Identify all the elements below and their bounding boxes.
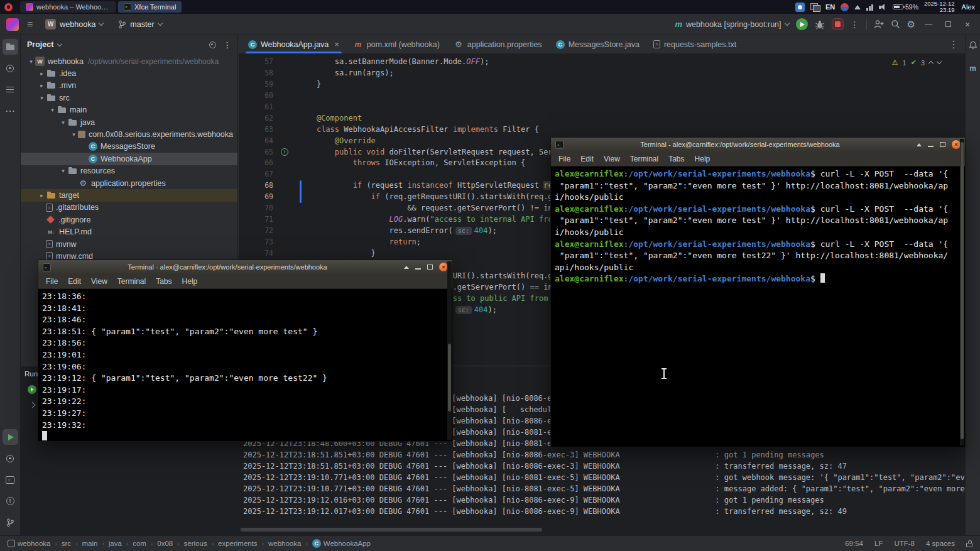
more-tools-button[interactable]: ⋯ bbox=[3, 103, 18, 119]
volume-tray-icon[interactable] bbox=[879, 3, 887, 11]
recorder-tray-icon[interactable] bbox=[4, 3, 13, 11]
rerun-button[interactable] bbox=[28, 385, 36, 394]
select-opened-file-icon[interactable] bbox=[209, 41, 216, 48]
readonly-lock-icon[interactable] bbox=[966, 543, 972, 547]
tree-item-java[interactable]: ▾java bbox=[21, 116, 237, 128]
encoding-widget[interactable]: UTF-8 bbox=[894, 540, 915, 547]
more-icon[interactable]: ⋮ bbox=[224, 40, 232, 50]
search-icon[interactable] bbox=[891, 19, 900, 29]
shade-button[interactable] bbox=[404, 266, 409, 269]
tree-item--gitignore[interactable]: .gitignore bbox=[21, 214, 237, 226]
version-control-tool-button[interactable] bbox=[3, 515, 18, 530]
breadcrumb-item[interactable]: webhooka bbox=[8, 540, 50, 547]
editor-tab[interactable]: mpom.xml (webhooka) bbox=[346, 35, 447, 53]
commit-tool-button[interactable] bbox=[3, 60, 18, 76]
indent-widget[interactable]: 4 spaces bbox=[926, 540, 955, 547]
menu-help[interactable]: Help bbox=[177, 277, 203, 286]
breadcrumb-item[interactable]: CWebhookaApp bbox=[312, 539, 371, 548]
windows-tray-icon[interactable] bbox=[810, 3, 820, 11]
tree-item-src[interactable]: ▾src bbox=[21, 92, 237, 104]
stop-button[interactable] bbox=[832, 18, 844, 30]
maven-tool-button[interactable]: m bbox=[969, 64, 976, 73]
breadcrumb-item[interactable]: main bbox=[82, 540, 97, 547]
more-actions-icon[interactable]: ⋮ bbox=[851, 19, 859, 30]
breadcrumb-item[interactable]: serious bbox=[184, 540, 207, 547]
notifications-bell-icon[interactable] bbox=[969, 41, 977, 53]
tab-options-icon[interactable]: ⋮ bbox=[949, 38, 959, 50]
breadcrumb-item[interactable]: src bbox=[62, 540, 71, 547]
minimize-button[interactable] bbox=[928, 146, 934, 147]
maximize-button[interactable] bbox=[427, 265, 433, 270]
horizontal-scrollbar[interactable] bbox=[241, 528, 542, 532]
close-button[interactable]: × bbox=[961, 19, 974, 30]
next-problem-icon[interactable] bbox=[937, 59, 942, 64]
code-with-me-icon[interactable] bbox=[874, 19, 884, 29]
close-button[interactable]: × bbox=[952, 140, 961, 149]
editor-tab[interactable]: CMessagesStore.java bbox=[549, 35, 646, 53]
editor-tab[interactable]: ⚙application.properties bbox=[447, 35, 549, 53]
settings-gear-icon[interactable]: ⚙ bbox=[907, 19, 915, 30]
main-menu-icon[interactable]: ≡ bbox=[25, 19, 35, 30]
tree-item--mvn[interactable]: ▸.mvn bbox=[21, 80, 237, 92]
tree-item-main[interactable]: ▾main bbox=[21, 104, 237, 116]
branch-widget[interactable]: master bbox=[114, 18, 166, 31]
tree-item-webhooka[interactable]: ▾Wwebhooka/opt/work/serial-experiments/w… bbox=[21, 55, 237, 67]
breadcrumb-item[interactable]: 0x08 bbox=[157, 540, 173, 547]
structure-tool-button[interactable] bbox=[3, 82, 18, 97]
problems-tool-button[interactable]: ! bbox=[3, 493, 18, 509]
menu-edit[interactable]: Edit bbox=[63, 277, 86, 286]
maximize-button[interactable] bbox=[940, 142, 945, 147]
tree-item-mvnw[interactable]: ≡mvnw bbox=[21, 238, 237, 250]
close-tab-icon[interactable]: × bbox=[334, 40, 339, 49]
shade-button[interactable] bbox=[917, 143, 922, 146]
clock[interactable]: 2025-12-12 23:19 bbox=[924, 1, 955, 13]
menu-view[interactable]: View bbox=[599, 155, 625, 163]
user-menu[interactable]: Alex bbox=[962, 3, 975, 11]
tree-item-application-properties[interactable]: ⚙application.properties bbox=[21, 177, 237, 189]
breadcrumb-item[interactable]: java bbox=[109, 540, 122, 547]
run-tool-button[interactable] bbox=[3, 429, 18, 445]
inspection-widget[interactable]: ⚠ 1 ✔ 3 bbox=[892, 58, 941, 67]
keyboard-layout-indicator[interactable]: EN bbox=[825, 3, 835, 11]
tree-item-target[interactable]: ▸target bbox=[21, 189, 237, 201]
menu-view[interactable]: View bbox=[86, 277, 112, 286]
menu-terminal[interactable]: Terminal bbox=[112, 277, 151, 286]
tree-item-messagesstore[interactable]: CMessagesStore bbox=[21, 141, 237, 153]
debug-button[interactable] bbox=[815, 19, 825, 30]
terminal-content[interactable]: alex@carniflex:/opt/work/serial-experime… bbox=[551, 166, 965, 447]
menu-file[interactable]: File bbox=[41, 277, 63, 286]
tree-item-resources[interactable]: ▾resources bbox=[21, 165, 237, 177]
tree-item-webhookaapp[interactable]: CWebhookaApp bbox=[21, 153, 237, 165]
close-button[interactable]: × bbox=[439, 263, 448, 271]
terminal-scrollbar[interactable] bbox=[960, 139, 964, 445]
maximize-button[interactable] bbox=[942, 20, 954, 29]
terminal-scrollbar[interactable] bbox=[447, 261, 452, 440]
breadcrumb-item[interactable]: com bbox=[133, 540, 146, 547]
battery-indicator[interactable]: 59% bbox=[893, 3, 918, 11]
terminal-content[interactable]: 23:18:36:23:18:41:23:18:46:23:18:51: { "… bbox=[38, 289, 452, 441]
breadcrumb-item[interactable]: webhooka bbox=[268, 540, 301, 547]
menu-file[interactable]: File bbox=[553, 155, 575, 163]
menu-edit[interactable]: Edit bbox=[575, 155, 599, 163]
run-configuration-selector[interactable]: m webhooka [spring-boot:run] bbox=[675, 19, 789, 29]
line-separator-widget[interactable]: LF bbox=[874, 540, 883, 547]
updates-tray-icon[interactable] bbox=[854, 5, 861, 9]
menu-tabs[interactable]: Tabs bbox=[663, 155, 689, 163]
taskbar-window-button[interactable]: >_Xfce Terminal bbox=[118, 1, 182, 13]
services-tool-button[interactable] bbox=[3, 450, 18, 466]
network-tray-icon[interactable] bbox=[866, 4, 873, 11]
minimize-button[interactable] bbox=[415, 268, 421, 270]
previous-problem-icon[interactable] bbox=[928, 61, 934, 66]
menu-tabs[interactable]: Tabs bbox=[151, 277, 177, 286]
tree-item-help-md[interactable]: M↓HELP.md bbox=[21, 226, 237, 237]
breadcrumb-item[interactable]: experiments bbox=[218, 540, 258, 547]
layout-switcher-icon[interactable] bbox=[841, 3, 849, 11]
tree-item--idea[interactable]: ▸.idea bbox=[21, 67, 237, 79]
tree-item--gitattributes[interactable]: ≡.gitattributes bbox=[21, 202, 237, 214]
project-tool-button[interactable] bbox=[3, 39, 18, 55]
caret-position-widget[interactable]: 69:54 bbox=[845, 540, 863, 547]
project-panel-header[interactable]: Project ⋮ bbox=[21, 35, 237, 54]
override-gutter-icon[interactable]: ↑ bbox=[281, 148, 288, 156]
taskbar-window-button[interactable]: webhooka – WebhookaA... bbox=[20, 1, 116, 13]
menu-terminal[interactable]: Terminal bbox=[625, 155, 663, 163]
